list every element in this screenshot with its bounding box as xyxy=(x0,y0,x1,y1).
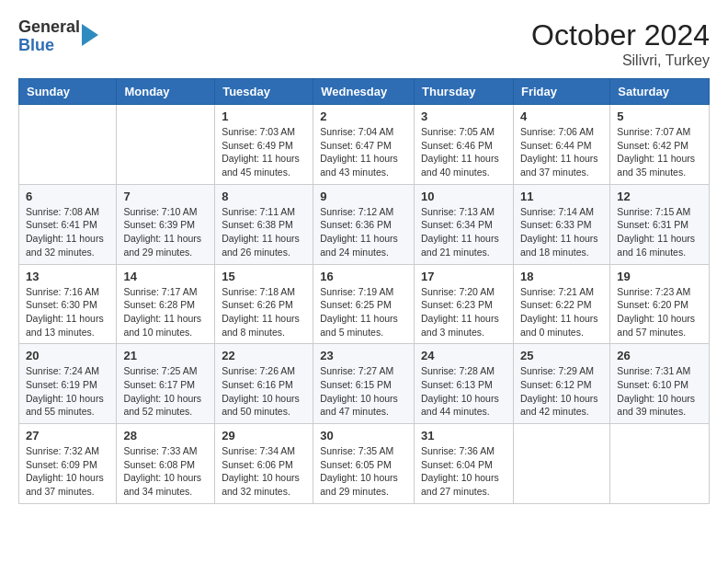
calendar-cell: 12Sunrise: 7:15 AMSunset: 6:31 PMDayligh… xyxy=(610,184,710,264)
day-number: 13 xyxy=(26,270,109,283)
calendar-cell: 14Sunrise: 7:17 AMSunset: 6:28 PMDayligh… xyxy=(117,264,215,344)
page-title: October 2024 xyxy=(531,18,710,52)
calendar-cell: 29Sunrise: 7:34 AMSunset: 6:06 PMDayligh… xyxy=(215,424,313,504)
day-content: Sunrise: 7:17 AMSunset: 6:28 PMDaylight:… xyxy=(123,285,208,339)
day-content: Sunrise: 7:35 AMSunset: 6:05 PMDaylight:… xyxy=(320,444,407,499)
day-number: 14 xyxy=(123,270,208,283)
day-number: 25 xyxy=(520,349,603,362)
day-content: Sunrise: 7:14 AMSunset: 6:33 PMDaylight:… xyxy=(520,205,603,259)
day-content: Sunrise: 7:24 AMSunset: 6:19 PMDaylight:… xyxy=(26,364,109,419)
logo-general: General xyxy=(18,18,80,37)
calendar-cell: 5Sunrise: 7:07 AMSunset: 6:42 PMDaylight… xyxy=(610,105,710,185)
header-row: SundayMondayTuesdayWednesdayThursdayFrid… xyxy=(19,79,710,105)
page-header: General Blue October 2024 Silivri, Turke… xyxy=(18,18,710,69)
day-content: Sunrise: 7:25 AMSunset: 6:17 PMDaylight:… xyxy=(123,364,208,419)
day-number: 1 xyxy=(222,109,306,123)
day-content: Sunrise: 7:23 AMSunset: 6:20 PMDaylight:… xyxy=(617,285,702,339)
day-number: 9 xyxy=(320,190,407,203)
day-content: Sunrise: 7:31 AMSunset: 6:10 PMDaylight:… xyxy=(617,364,702,419)
calendar-cell: 26Sunrise: 7:31 AMSunset: 6:10 PMDayligh… xyxy=(610,344,710,424)
calendar-cell: 15Sunrise: 7:18 AMSunset: 6:26 PMDayligh… xyxy=(215,264,313,344)
day-number: 23 xyxy=(320,349,407,362)
calendar-header-monday: Monday xyxy=(117,79,215,105)
day-content: Sunrise: 7:34 AMSunset: 6:06 PMDaylight:… xyxy=(222,444,306,499)
calendar-cell: 8Sunrise: 7:11 AMSunset: 6:38 PMDaylight… xyxy=(215,184,313,264)
calendar-cell: 31Sunrise: 7:36 AMSunset: 6:04 PMDayligh… xyxy=(415,424,514,504)
day-number: 21 xyxy=(123,349,208,362)
page-subtitle: Silivri, Turkey xyxy=(531,52,710,69)
day-number: 19 xyxy=(617,270,702,283)
day-number: 4 xyxy=(520,109,603,123)
day-number: 22 xyxy=(222,349,306,362)
day-number: 27 xyxy=(26,429,109,442)
day-content: Sunrise: 7:06 AMSunset: 6:44 PMDaylight:… xyxy=(520,125,603,179)
day-content: Sunrise: 7:04 AMSunset: 6:47 PMDaylight:… xyxy=(320,125,407,179)
calendar-header-thursday: Thursday xyxy=(415,79,514,105)
calendar-cell: 1Sunrise: 7:03 AMSunset: 6:49 PMDaylight… xyxy=(215,105,313,185)
logo: General Blue xyxy=(18,18,98,55)
calendar-cell: 27Sunrise: 7:32 AMSunset: 6:09 PMDayligh… xyxy=(19,424,117,504)
day-content: Sunrise: 7:26 AMSunset: 6:16 PMDaylight:… xyxy=(222,364,306,419)
day-content: Sunrise: 7:03 AMSunset: 6:49 PMDaylight:… xyxy=(222,125,306,179)
day-number: 16 xyxy=(320,270,407,283)
calendar-cell: 25Sunrise: 7:29 AMSunset: 6:12 PMDayligh… xyxy=(513,344,609,424)
calendar-cell xyxy=(513,424,609,504)
day-content: Sunrise: 7:11 AMSunset: 6:38 PMDaylight:… xyxy=(222,205,306,259)
day-content: Sunrise: 7:18 AMSunset: 6:26 PMDaylight:… xyxy=(222,285,306,339)
calendar-cell: 7Sunrise: 7:10 AMSunset: 6:39 PMDaylight… xyxy=(117,184,215,264)
day-content: Sunrise: 7:19 AMSunset: 6:25 PMDaylight:… xyxy=(320,285,407,339)
day-content: Sunrise: 7:36 AMSunset: 6:04 PMDaylight:… xyxy=(421,444,506,499)
day-number: 30 xyxy=(320,429,407,442)
calendar-cell: 2Sunrise: 7:04 AMSunset: 6:47 PMDaylight… xyxy=(313,105,415,185)
calendar-week-1: 1Sunrise: 7:03 AMSunset: 6:49 PMDaylight… xyxy=(19,105,710,185)
logo-text: General Blue xyxy=(18,18,80,55)
calendar-cell: 17Sunrise: 7:20 AMSunset: 6:23 PMDayligh… xyxy=(415,264,514,344)
day-content: Sunrise: 7:32 AMSunset: 6:09 PMDaylight:… xyxy=(26,444,109,499)
day-content: Sunrise: 7:29 AMSunset: 6:12 PMDaylight:… xyxy=(520,364,603,419)
title-section: October 2024 Silivri, Turkey xyxy=(531,18,710,69)
calendar-cell: 11Sunrise: 7:14 AMSunset: 6:33 PMDayligh… xyxy=(513,184,609,264)
calendar-week-2: 6Sunrise: 7:08 AMSunset: 6:41 PMDaylight… xyxy=(19,184,710,264)
calendar-header-saturday: Saturday xyxy=(610,79,710,105)
day-content: Sunrise: 7:10 AMSunset: 6:39 PMDaylight:… xyxy=(123,205,208,259)
day-number: 28 xyxy=(123,429,208,442)
day-number: 24 xyxy=(421,349,506,362)
day-content: Sunrise: 7:05 AMSunset: 6:46 PMDaylight:… xyxy=(421,125,506,179)
day-number: 26 xyxy=(617,349,702,362)
calendar-cell: 20Sunrise: 7:24 AMSunset: 6:19 PMDayligh… xyxy=(19,344,117,424)
calendar-cell: 21Sunrise: 7:25 AMSunset: 6:17 PMDayligh… xyxy=(117,344,215,424)
day-number: 7 xyxy=(123,190,208,203)
calendar-cell xyxy=(19,105,117,185)
day-content: Sunrise: 7:07 AMSunset: 6:42 PMDaylight:… xyxy=(617,125,702,179)
calendar-header-friday: Friday xyxy=(513,79,609,105)
calendar-cell: 4Sunrise: 7:06 AMSunset: 6:44 PMDaylight… xyxy=(513,105,609,185)
day-content: Sunrise: 7:20 AMSunset: 6:23 PMDaylight:… xyxy=(421,285,506,339)
calendar-cell: 16Sunrise: 7:19 AMSunset: 6:25 PMDayligh… xyxy=(313,264,415,344)
day-number: 12 xyxy=(617,190,702,203)
calendar-cell: 13Sunrise: 7:16 AMSunset: 6:30 PMDayligh… xyxy=(19,264,117,344)
calendar-week-4: 20Sunrise: 7:24 AMSunset: 6:19 PMDayligh… xyxy=(19,344,710,424)
calendar-week-3: 13Sunrise: 7:16 AMSunset: 6:30 PMDayligh… xyxy=(19,264,710,344)
calendar-cell: 9Sunrise: 7:12 AMSunset: 6:36 PMDaylight… xyxy=(313,184,415,264)
day-number: 18 xyxy=(520,270,603,283)
calendar-cell xyxy=(117,105,215,185)
calendar-cell: 19Sunrise: 7:23 AMSunset: 6:20 PMDayligh… xyxy=(610,264,710,344)
calendar-cell: 6Sunrise: 7:08 AMSunset: 6:41 PMDaylight… xyxy=(19,184,117,264)
day-content: Sunrise: 7:08 AMSunset: 6:41 PMDaylight:… xyxy=(26,205,109,259)
calendar-cell: 24Sunrise: 7:28 AMSunset: 6:13 PMDayligh… xyxy=(415,344,514,424)
calendar-body: 1Sunrise: 7:03 AMSunset: 6:49 PMDaylight… xyxy=(19,105,710,504)
day-number: 2 xyxy=(320,109,407,123)
day-content: Sunrise: 7:13 AMSunset: 6:34 PMDaylight:… xyxy=(421,205,506,259)
calendar-header: SundayMondayTuesdayWednesdayThursdayFrid… xyxy=(19,79,710,105)
calendar-cell: 10Sunrise: 7:13 AMSunset: 6:34 PMDayligh… xyxy=(415,184,514,264)
day-number: 15 xyxy=(222,270,306,283)
day-content: Sunrise: 7:27 AMSunset: 6:15 PMDaylight:… xyxy=(320,364,407,419)
calendar-cell: 18Sunrise: 7:21 AMSunset: 6:22 PMDayligh… xyxy=(513,264,609,344)
logo-arrow-icon xyxy=(82,24,98,46)
calendar-cell: 3Sunrise: 7:05 AMSunset: 6:46 PMDaylight… xyxy=(415,105,514,185)
calendar-header-wednesday: Wednesday xyxy=(313,79,415,105)
calendar-cell: 22Sunrise: 7:26 AMSunset: 6:16 PMDayligh… xyxy=(215,344,313,424)
logo-blue: Blue xyxy=(18,37,80,55)
day-number: 6 xyxy=(26,190,109,203)
day-number: 11 xyxy=(520,190,603,203)
